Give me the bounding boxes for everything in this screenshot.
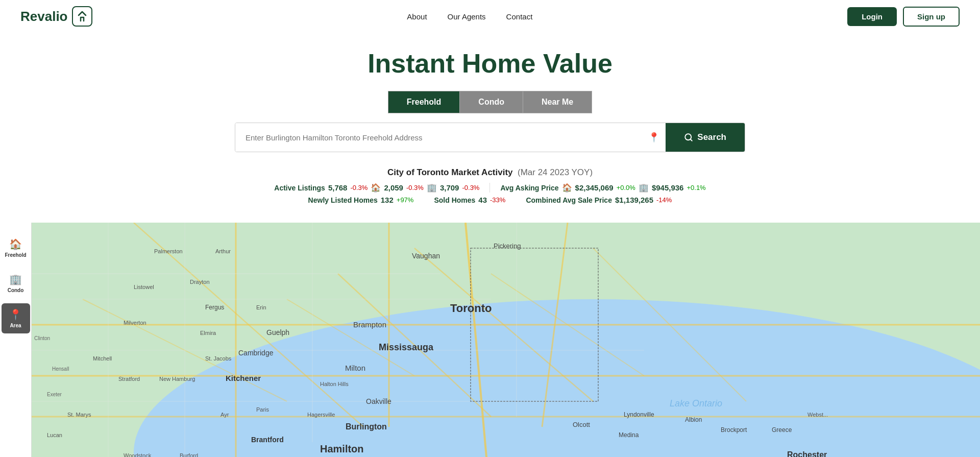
svg-text:Fergus: Fergus [205, 304, 224, 311]
svg-text:Paris: Paris [256, 406, 270, 413]
stat-newly-listed: Newly Listed Homes 132 +97% [308, 196, 414, 204]
stats-row-1: Active Listings 5,768 -0.3% 🏠 2,059 -0.3… [20, 183, 960, 193]
sold-homes-value: 43 [478, 196, 487, 204]
tab-freehold[interactable]: Freehold [388, 91, 460, 113]
search-input[interactable] [241, 124, 648, 151]
area-nav-label: Area [10, 323, 21, 328]
svg-text:Lake Ontario: Lake Ontario [670, 398, 722, 408]
svg-text:Listowel: Listowel [134, 284, 154, 290]
svg-text:Brantford: Brantford [251, 436, 284, 444]
svg-text:Pickering: Pickering [494, 242, 521, 250]
nav-agents[interactable]: Our Agents [448, 12, 486, 21]
nav-contact[interactable]: Contact [506, 12, 533, 21]
combined-avg-value: $1,139,265 [615, 196, 653, 204]
side-nav: 🏠 Freehold 🏢 Condo 📍 Area [0, 223, 32, 457]
condo-asking-icon: 🏢 [639, 183, 649, 193]
svg-text:St. Jacobs: St. Jacobs [205, 355, 232, 362]
condo-nav-label: Condo [8, 287, 24, 293]
svg-text:Elmira: Elmira [200, 330, 216, 336]
condo-active-value: 3,709 [440, 183, 459, 192]
side-nav-freehold[interactable]: 🏠 Freehold [2, 233, 30, 263]
freehold-nav-label: Freehold [5, 252, 26, 258]
svg-text:Burlington: Burlington [346, 422, 387, 431]
navbar: Revalio About Our Agents Contact Login S… [0, 0, 980, 33]
svg-text:Drayton: Drayton [190, 279, 210, 285]
svg-text:Woodstock: Woodstock [124, 452, 152, 457]
svg-text:Hensall: Hensall [52, 366, 69, 372]
freehold-active-value: 2,059 [384, 183, 403, 192]
svg-text:Greece: Greece [772, 426, 792, 434]
svg-text:Kitchener: Kitchener [226, 374, 261, 382]
svg-text:Burford: Burford [180, 452, 198, 457]
map-svg: Toronto Mississauga Burlington Hamilton … [32, 223, 980, 457]
location-icon: 📍 [648, 132, 659, 143]
hero-section: Instant Home Value Freehold Condo Near M… [0, 33, 980, 223]
hero-title: Instant Home Value [10, 48, 970, 79]
svg-text:Exeter: Exeter [47, 392, 62, 397]
svg-text:Rochester: Rochester [787, 450, 827, 457]
logo-icon [72, 6, 92, 27]
freehold-nav-icon: 🏠 [9, 238, 22, 250]
condo-nav-icon: 🏢 [9, 273, 22, 285]
stat-active-listings: Active Listings 5,768 -0.3% 🏠 2,059 -0.3… [264, 183, 489, 193]
side-nav-condo[interactable]: 🏢 Condo [2, 268, 30, 298]
combined-avg-label: Combined Avg Sale Price [526, 196, 612, 204]
sold-homes-change: -33% [490, 196, 505, 204]
newly-listed-label: Newly Listed Homes [308, 196, 378, 204]
svg-text:Brockport: Brockport [721, 426, 747, 434]
area-nav-icon: 📍 [9, 308, 22, 321]
side-nav-area[interactable]: 📍 Area [2, 303, 30, 333]
active-listings-change: -0.3% [350, 184, 368, 191]
svg-text:Clinton: Clinton [34, 335, 50, 341]
svg-text:Medina: Medina [619, 431, 639, 439]
stat-avg-asking: Avg Asking Price 🏠 $2,345,069 +0.0% 🏢 $9… [489, 183, 716, 193]
svg-text:Arthur: Arthur [215, 248, 231, 254]
svg-text:Olcott: Olcott [573, 421, 590, 428]
stat-combined-avg-sale: Combined Avg Sale Price $1,139,265 -14% [526, 196, 672, 204]
svg-text:Hagersville: Hagersville [307, 412, 335, 418]
svg-text:Guelph: Guelph [266, 328, 289, 336]
stat-sold-homes: Sold Homes 43 -33% [434, 196, 505, 204]
freehold-asking-value: $2,345,069 [575, 183, 614, 192]
svg-text:Ayr: Ayr [220, 412, 229, 418]
newly-listed-value: 132 [381, 196, 394, 204]
svg-text:Brampton: Brampton [353, 320, 386, 329]
nav-about[interactable]: About [407, 12, 427, 21]
svg-text:Webst...: Webst... [807, 412, 828, 418]
svg-text:Mississauga: Mississauga [379, 342, 434, 352]
svg-text:Palmerston: Palmerston [154, 248, 183, 254]
freehold-asking-change: +0.0% [617, 184, 635, 191]
newly-listed-change: +97% [397, 196, 414, 204]
tab-near-me[interactable]: Near Me [523, 91, 592, 113]
search-button[interactable]: Search [666, 123, 745, 152]
map-container: 🏠 Freehold 🏢 Condo 📍 Area [0, 223, 980, 457]
svg-text:Lyndonville: Lyndonville [624, 411, 654, 418]
login-button[interactable]: Login [847, 7, 897, 26]
freehold-asking-icon: 🏠 [562, 183, 572, 193]
search-icon [684, 133, 693, 142]
active-listings-label: Active Listings [274, 184, 325, 192]
nav-actions: Login Sign up [847, 7, 960, 27]
tab-condo[interactable]: Condo [460, 91, 523, 113]
svg-text:Milverton: Milverton [124, 320, 146, 326]
svg-text:Erin: Erin [256, 304, 266, 310]
active-listings-value: 5,768 [328, 183, 348, 192]
svg-text:Halton Hills: Halton Hills [320, 381, 349, 387]
condo-asking-value: $945,936 [652, 183, 684, 192]
map-image[interactable]: Toronto Mississauga Burlington Hamilton … [32, 223, 980, 457]
freehold-icon: 🏠 [371, 183, 381, 193]
condo-asking-change: +0.1% [687, 184, 705, 191]
logo[interactable]: Revalio [20, 6, 92, 27]
svg-text:Vaughan: Vaughan [412, 252, 440, 260]
svg-text:Lucan: Lucan [47, 432, 62, 438]
svg-line-1 [691, 139, 692, 140]
combined-avg-change: -14% [656, 196, 672, 204]
sold-homes-label: Sold Homes [434, 196, 475, 204]
svg-text:Milton: Milton [345, 364, 365, 372]
signup-button[interactable]: Sign up [903, 7, 960, 27]
svg-text:Mitchell: Mitchell [93, 355, 112, 362]
logo-text: Revalio [20, 9, 68, 25]
svg-text:Albion: Albion [685, 416, 702, 423]
market-stats: City of Toronto Market Activity (Mar 24 … [10, 162, 970, 212]
stats-row-2: Newly Listed Homes 132 +97% Sold Homes 4… [20, 196, 960, 204]
